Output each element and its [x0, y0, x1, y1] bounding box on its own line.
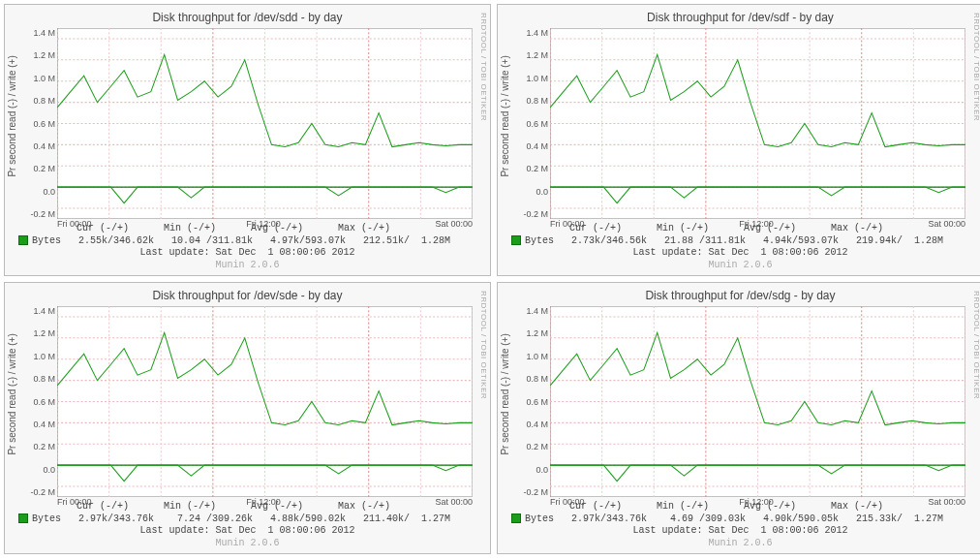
legend-values: Bytes 2.97k/343.76k 4.69 /309.03k 4.90k/… [511, 513, 969, 526]
legend: Cur (-/+) Min (-/+) Avg (-/+) Max (-/+) … [511, 501, 969, 549]
munin-version: Munin 2.0.6 [18, 538, 476, 550]
munin-version: Munin 2.0.6 [18, 260, 476, 272]
legend: Cur (-/+) Min (-/+) Avg (-/+) Max (-/+) … [18, 223, 476, 271]
legend-header: Cur (-/+) Min (-/+) Avg (-/+) Max (-/+) [18, 223, 476, 235]
chart-svg [550, 28, 965, 219]
chart-panel-sde: Disk throughput for /dev/sde - by day RR… [4, 282, 491, 554]
plot-area [57, 306, 473, 497]
legend-swatch-icon [511, 235, 521, 245]
legend-values: Bytes 2.55k/346.62k 10.04 /311.81k 4.97k… [18, 235, 476, 248]
y-axis-label: Pr second read (-) / write (+) [500, 333, 510, 454]
y-ticks: 1.4 M1.2 M1.0 M0.8 M0.6 M0.4 M0.2 M0.0-0… [24, 306, 55, 497]
munin-version: Munin 2.0.6 [511, 538, 969, 550]
rrdtool-brand: RRDTOOL / TOBI OETIKER [972, 291, 980, 399]
chart-title: Disk throughput for /dev/sdg - by day [502, 285, 979, 304]
last-update: Last update: Sat Dec 1 08:00:06 2012 [511, 247, 969, 260]
chart-svg [57, 306, 473, 497]
last-update: Last update: Sat Dec 1 08:00:06 2012 [18, 525, 476, 538]
y-axis-label: Pr second read (-) / write (+) [7, 55, 17, 176]
chart-title: Disk throughput for /dev/sde - by day [9, 285, 486, 304]
plot-area [57, 28, 473, 219]
last-update: Last update: Sat Dec 1 08:00:06 2012 [511, 525, 969, 538]
legend: Cur (-/+) Min (-/+) Avg (-/+) Max (-/+) … [511, 223, 969, 271]
plot-area [550, 28, 965, 219]
chart-svg [57, 28, 473, 219]
rrdtool-brand: RRDTOOL / TOBI OETIKER [479, 13, 488, 121]
legend-header: Cur (-/+) Min (-/+) Avg (-/+) Max (-/+) [511, 223, 969, 235]
chart-title: Disk throughput for /dev/sdd - by day [9, 7, 486, 26]
legend-header: Cur (-/+) Min (-/+) Avg (-/+) Max (-/+) [511, 501, 969, 513]
rrdtool-brand: RRDTOOL / TOBI OETIKER [972, 13, 980, 121]
chart-panel-sdg: Disk throughput for /dev/sdg - by day RR… [497, 282, 980, 554]
chart-title: Disk throughput for /dev/sdf - by day [502, 7, 979, 26]
y-axis-label: Pr second read (-) / write (+) [500, 55, 510, 176]
chart-grid: Disk throughput for /dev/sdd - by day RR… [4, 4, 980, 554]
rrdtool-brand: RRDTOOL / TOBI OETIKER [479, 291, 488, 399]
chart-svg [550, 306, 965, 497]
munin-version: Munin 2.0.6 [511, 260, 969, 272]
legend-swatch-icon [18, 235, 28, 245]
y-ticks: 1.4 M1.2 M1.0 M0.8 M0.6 M0.4 M0.2 M0.0-0… [517, 306, 548, 497]
plot-area [550, 306, 965, 497]
legend: Cur (-/+) Min (-/+) Avg (-/+) Max (-/+) … [18, 501, 476, 549]
legend-header: Cur (-/+) Min (-/+) Avg (-/+) Max (-/+) [18, 501, 476, 513]
last-update: Last update: Sat Dec 1 08:00:06 2012 [18, 247, 476, 260]
y-ticks: 1.4 M1.2 M1.0 M0.8 M0.6 M0.4 M0.2 M0.0-0… [24, 28, 55, 219]
chart-panel-sdf: Disk throughput for /dev/sdf - by day RR… [497, 4, 980, 276]
chart-panel-sdd: Disk throughput for /dev/sdd - by day RR… [4, 4, 491, 276]
y-axis-label: Pr second read (-) / write (+) [7, 333, 17, 454]
legend-values: Bytes 2.73k/346.56k 21.88 /311.81k 4.94k… [511, 235, 969, 248]
legend-swatch-icon [18, 513, 28, 523]
y-ticks: 1.4 M1.2 M1.0 M0.8 M0.6 M0.4 M0.2 M0.0-0… [517, 28, 548, 219]
legend-values: Bytes 2.97k/343.76k 7.24 /309.26k 4.88k/… [18, 513, 476, 526]
legend-swatch-icon [511, 513, 521, 523]
